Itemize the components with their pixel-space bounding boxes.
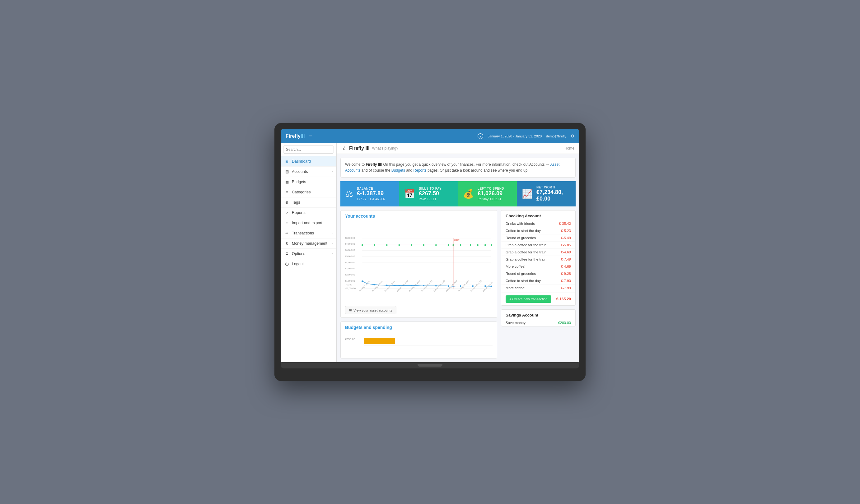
stat-card-networth: 📈 NET WORTH €7,234.80, £0.00 bbox=[517, 181, 576, 206]
budgets-card: Budgets and spending €350.00 bbox=[340, 322, 497, 358]
transaction-label: Grab a coffee for the train bbox=[506, 257, 546, 261]
svg-point-45 bbox=[491, 286, 492, 287]
accounts-chart-card: Your accounts €8,000.00 €7,000.00 €6,000… bbox=[340, 210, 497, 318]
sidebar-item-left-reports: ↗ Reports bbox=[284, 210, 305, 215]
budgets-title: Budgets and spending bbox=[341, 322, 497, 333]
help-icon[interactable]: ? bbox=[477, 133, 483, 139]
table-row: Grab a coffee for the train €-4.69 bbox=[501, 249, 575, 256]
sidebar-chevron-money-management: › bbox=[332, 241, 333, 245]
settings-icon[interactable]: ⚙ bbox=[571, 134, 574, 138]
stat-card-bills: 📅 BILLS TO PAY €267.50 Paid: €21.11 bbox=[399, 181, 458, 206]
sidebar-label-tags: Tags bbox=[292, 200, 300, 205]
sidebar-label-reports: Reports bbox=[292, 210, 305, 215]
content-header: 🕯 Firefly III What's playing? Home bbox=[336, 143, 579, 154]
view-asset-accounts-button[interactable]: ⊞ View your asset accounts bbox=[345, 306, 397, 314]
sidebar-item-import-export[interactable]: ↕ Import and export › bbox=[281, 218, 336, 228]
budgets-chart-svg: €350.00 bbox=[345, 337, 492, 358]
sidebar-item-left-tags: ⊕ Tags bbox=[284, 200, 300, 205]
sidebar-item-dashboard[interactable]: ⊞ Dashboard bbox=[281, 157, 336, 167]
svg-text:€1,000.00: €1,000.00 bbox=[345, 280, 355, 282]
transaction-amount: €-5.85 bbox=[561, 243, 571, 247]
hamburger-menu-icon[interactable]: ≡ bbox=[309, 133, 312, 139]
sidebar-item-categories[interactable]: ≡ Categories bbox=[281, 187, 336, 197]
svg-text:€0.00: €0.00 bbox=[347, 284, 352, 286]
sidebar-item-options[interactable]: ⚙ Options › bbox=[281, 249, 336, 259]
page-subtitle: What's playing? bbox=[372, 146, 398, 150]
sidebar-icon-money-management: € bbox=[284, 241, 289, 246]
svg-text:January 7, 2020: January 7, 2020 bbox=[384, 280, 396, 292]
app-brand: FireflyIII bbox=[286, 133, 305, 139]
stat-value-networth: €7,234.80, £0.00 bbox=[536, 189, 571, 202]
sidebar-chevron-options: › bbox=[332, 252, 333, 255]
user-menu[interactable]: demo@firefly bbox=[546, 134, 566, 138]
svg-point-22 bbox=[386, 244, 388, 246]
transaction-amount: €-5.49 bbox=[561, 236, 571, 240]
table-row: Grab a coffee for the train €-5.85 bbox=[501, 241, 575, 249]
accounts-chart-area: €8,000.00 €7,000.00 €6,000.00 €5,000.00 … bbox=[341, 222, 497, 303]
transaction-label: More coffee! bbox=[506, 286, 526, 290]
sidebar-icon-logout: ⏻ bbox=[284, 262, 289, 266]
svg-point-25 bbox=[423, 244, 425, 246]
sidebar-item-left-money-management: € Money management bbox=[284, 241, 327, 246]
stat-sub-bills: Paid: €21.11 bbox=[419, 197, 442, 201]
transaction-label: Round of groceries bbox=[506, 236, 536, 240]
search-input[interactable] bbox=[283, 146, 334, 153]
stat-label-networth: NET WORTH bbox=[536, 186, 571, 189]
svg-text:€350.00: €350.00 bbox=[345, 338, 355, 341]
sidebar-item-logout[interactable]: ⏻ Logout bbox=[281, 259, 336, 269]
stat-info-balance: BALANCE €-1,387.89 €77.77 + €-1,465.66 bbox=[357, 187, 385, 201]
stat-value-left: €1,026.09 bbox=[477, 190, 504, 197]
transaction-label: Round of groceries bbox=[506, 272, 536, 276]
sidebar-icon-tags: ⊕ bbox=[284, 200, 289, 205]
svg-point-35 bbox=[374, 284, 375, 285]
stat-cards-row: ⚖ BALANCE €-1,387.89 €77.77 + €-1,465.66… bbox=[340, 181, 576, 206]
transaction-amount: €-35.42 bbox=[559, 222, 571, 225]
svg-point-32 bbox=[485, 244, 486, 246]
svg-point-31 bbox=[477, 244, 478, 246]
sidebar-chevron-import-export: › bbox=[332, 221, 333, 224]
sidebar-item-left-import-export: ↕ Import and export bbox=[284, 221, 322, 225]
transaction-amount: €-4.69 bbox=[561, 265, 571, 268]
svg-text:-€1,000.00: -€1,000.00 bbox=[345, 287, 356, 290]
svg-point-33 bbox=[491, 244, 492, 246]
sidebar-label-categories: Categories bbox=[292, 190, 311, 194]
transaction-amount: €-4.69 bbox=[561, 250, 571, 254]
svg-text:€7,000.00: €7,000.00 bbox=[345, 243, 355, 246]
sidebar-chevron-accounts: › bbox=[332, 170, 333, 173]
page-title: Firefly III bbox=[349, 146, 370, 151]
sidebar-label-transactions: Transactions bbox=[292, 231, 314, 235]
sidebar-item-tags[interactable]: ⊕ Tags bbox=[281, 197, 336, 208]
stat-sub-balance: €77.77 + €-1,465.66 bbox=[357, 197, 385, 201]
svg-text:€5,000.00: €5,000.00 bbox=[345, 255, 355, 258]
table-row: Save money €200.00 bbox=[501, 319, 575, 326]
create-transaction-button[interactable]: + Create new transaction bbox=[506, 295, 551, 303]
svg-point-24 bbox=[411, 244, 412, 246]
sidebar-item-money-management[interactable]: € Money management › bbox=[281, 238, 336, 249]
svg-point-26 bbox=[435, 244, 437, 246]
reports-link[interactable]: Reports bbox=[414, 168, 427, 173]
table-row: More coffee! €-4.69 bbox=[501, 263, 575, 270]
stat-info-left: LEFT TO SPEND €1,026.09 Per day: €102.61 bbox=[477, 187, 504, 201]
budgets-link[interactable]: Budgets bbox=[391, 168, 405, 173]
stat-icon-balance: ⚖ bbox=[345, 189, 353, 199]
transaction-label: Grab a coffee for the train bbox=[506, 243, 546, 247]
table-row: Coffee to start the day €-7.90 bbox=[501, 277, 575, 284]
stat-icon-left: 💰 bbox=[463, 189, 474, 199]
sidebar-item-transactions[interactable]: ↩ Transactions › bbox=[281, 228, 336, 238]
svg-point-40 bbox=[435, 285, 437, 287]
sidebar-item-reports[interactable]: ↗ Reports bbox=[281, 208, 336, 218]
sidebar-item-accounts[interactable]: ▤ Accounts › bbox=[281, 167, 336, 177]
transaction-label: Drinks with friends bbox=[506, 222, 535, 225]
svg-text:today: today bbox=[454, 239, 460, 241]
stat-sub-left: Per day: €102.61 bbox=[477, 197, 504, 201]
transaction-label: More coffee! bbox=[506, 265, 526, 268]
sidebar-label-dashboard: Dashboard bbox=[292, 159, 311, 164]
savings-account-card: Savings Account Save money €200.00 bbox=[501, 309, 576, 326]
stat-card-left: 💰 LEFT TO SPEND €1,026.09 Per day: €102.… bbox=[458, 181, 517, 206]
table-icon: ⊞ bbox=[349, 308, 352, 312]
sidebar-item-budgets[interactable]: ▦ Budgets bbox=[281, 177, 336, 187]
sidebar-label-budgets: Budgets bbox=[292, 180, 306, 184]
svg-point-23 bbox=[398, 244, 400, 246]
sidebar-icon-import-export: ↕ bbox=[284, 221, 289, 225]
checking-account-footer: + Create new transaction €-165.20 bbox=[501, 293, 575, 305]
